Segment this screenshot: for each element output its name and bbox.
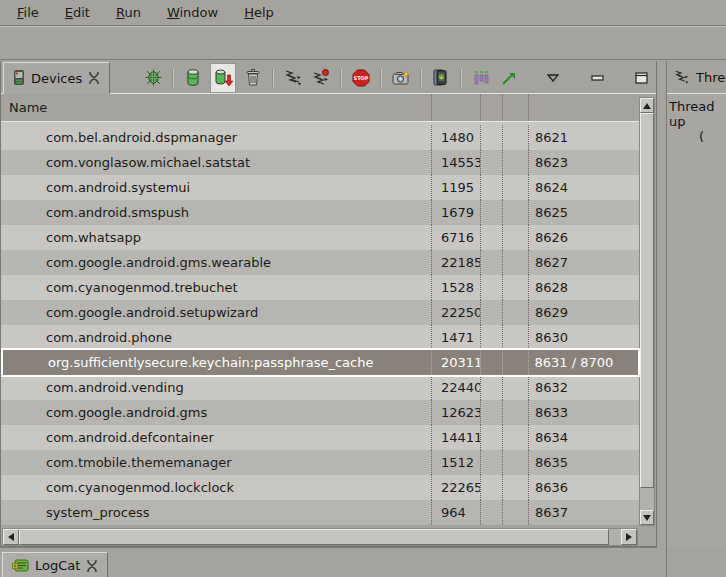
view-menu-button[interactable]: [542, 66, 564, 90]
process-heap-indicator: [481, 150, 503, 175]
process-thread-indicator: [503, 450, 529, 475]
process-pid: 964: [432, 500, 481, 525]
process-name: com.tmobile.thememanager: [1, 450, 432, 475]
menu-window[interactable]: Window: [156, 2, 229, 23]
column-header-port[interactable]: [529, 94, 639, 121]
systrace-button[interactable]: [470, 66, 492, 90]
process-port: 8634: [529, 425, 639, 450]
process-port: 8621: [529, 125, 639, 150]
process-row[interactable]: com.bel.android.dspmanager 1480 8621: [1, 125, 640, 150]
process-row[interactable]: com.cyanogenmod.lockclock 22265 8636: [1, 475, 640, 500]
process-name: system_process: [1, 500, 432, 525]
process-row[interactable]: com.tmobile.thememanager 1512 8635: [1, 450, 640, 475]
tab-devices[interactable]: Devices: [3, 62, 110, 94]
process-row[interactable]: com.google.android.gms 12623 8633: [1, 400, 640, 425]
column-header-name[interactable]: Name: [1, 94, 432, 121]
close-icon[interactable]: [88, 72, 100, 84]
menu-run[interactable]: Run: [105, 2, 152, 23]
scroll-right-button[interactable]: [621, 529, 637, 545]
scroll-up-button[interactable]: [640, 98, 654, 113]
column-header-thread[interactable]: [503, 94, 529, 121]
screen-record-button[interactable]: [430, 66, 452, 90]
logcat-view: LogCat: [0, 547, 657, 577]
process-pid: 1471: [432, 325, 481, 350]
process-pid: 1528: [432, 275, 481, 300]
process-pid: 12623: [432, 400, 481, 425]
process-row[interactable]: com.android.smspush 1679 8625: [1, 200, 640, 225]
debug-button[interactable]: [142, 66, 164, 90]
process-thread-indicator: [503, 475, 529, 500]
menu-file[interactable]: File: [6, 2, 50, 23]
device-phone-icon: [13, 70, 25, 86]
process-row[interactable]: com.cyanogenmod.trebuchet 1528 8628: [1, 275, 640, 300]
column-header-heap[interactable]: [481, 94, 503, 121]
screen-capture-button[interactable]: [390, 66, 412, 90]
process-thread-indicator: [503, 175, 529, 200]
method-profiling-button[interactable]: [310, 66, 332, 90]
process-thread-indicator: [503, 125, 529, 150]
process-thread-indicator: [503, 500, 529, 525]
process-pid: 1480: [432, 125, 481, 150]
process-heap-indicator: [481, 200, 503, 225]
process-port: 8623: [529, 150, 639, 175]
toolbar-separator: [340, 69, 342, 87]
horizontal-scrollbar-thumb[interactable]: [19, 529, 609, 545]
logcat-icon: [12, 559, 29, 573]
process-row[interactable]: system_process 964 8637: [1, 500, 640, 525]
menu-help[interactable]: Help: [233, 2, 285, 23]
update-threads-button[interactable]: [282, 66, 304, 90]
process-heap-indicator: [481, 375, 503, 400]
process-pid: 1512: [432, 450, 481, 475]
process-port: 8627: [529, 250, 639, 275]
process-pid: 1679: [432, 200, 481, 225]
process-thread-indicator: [503, 325, 529, 350]
process-row[interactable]: com.android.systemui 1195 8624: [1, 175, 640, 200]
process-thread-indicator: [503, 350, 529, 375]
vertical-scrollbar-thumb[interactable]: [640, 113, 654, 488]
process-heap-indicator: [481, 225, 503, 250]
maximize-button[interactable]: [630, 66, 652, 90]
scroll-down-button[interactable]: [640, 510, 654, 525]
cause-gc-button[interactable]: [242, 66, 264, 90]
process-heap-indicator: [481, 425, 503, 450]
vertical-scrollbar[interactable]: [639, 97, 655, 526]
process-row[interactable]: com.vonglasow.michael.satstat 14553 8623: [1, 150, 640, 175]
toolbar-separator: [172, 69, 174, 87]
process-row[interactable]: com.android.phone 1471 8630: [1, 325, 640, 350]
stop-process-button[interactable]: STOP: [350, 66, 372, 90]
column-header-pid[interactable]: [432, 94, 481, 121]
process-row[interactable]: com.google.android.setupwizard 22250 862…: [1, 300, 640, 325]
scroll-left-button[interactable]: [3, 529, 19, 545]
tab-devices-label: Devices: [31, 71, 82, 86]
toolbar-separator: [380, 69, 382, 87]
process-port: 8635: [529, 450, 639, 475]
process-name: com.android.defcontainer: [1, 425, 432, 450]
opengl-trace-button[interactable]: [498, 66, 520, 90]
menu-edit[interactable]: Edit: [54, 2, 101, 23]
process-name: com.cyanogenmod.trebuchet: [1, 275, 432, 300]
process-heap-indicator: [481, 475, 503, 500]
process-row[interactable]: com.google.android.gms.wearable 22185 86…: [1, 250, 640, 275]
process-thread-indicator: [503, 375, 529, 400]
process-name: com.bel.android.dspmanager: [1, 125, 432, 150]
process-thread-indicator: [503, 400, 529, 425]
process-name: com.google.android.gms: [1, 400, 432, 425]
close-icon[interactable]: [86, 560, 98, 572]
process-thread-indicator: [503, 200, 529, 225]
dump-hprof-button[interactable]: [210, 63, 236, 93]
minimize-button[interactable]: [586, 66, 608, 90]
tab-threads-label[interactable]: Threads: [696, 70, 726, 85]
process-thread-indicator: [503, 275, 529, 300]
horizontal-scrollbar[interactable]: [2, 528, 638, 546]
tab-logcat[interactable]: LogCat: [2, 552, 108, 577]
process-row[interactable]: com.whatsapp 6716 8626: [1, 225, 640, 250]
process-row[interactable]: com.android.defcontainer 14411 8634: [1, 425, 640, 450]
threads-view: Threads Thread up (: [666, 61, 726, 577]
process-port: 8633: [529, 400, 639, 425]
process-row[interactable]: com.android.vending 22440 8632: [1, 375, 640, 400]
process-name: com.android.phone: [1, 325, 432, 350]
update-heap-button[interactable]: [182, 66, 204, 90]
process-name: com.vonglasow.michael.satstat: [1, 150, 432, 175]
process-row[interactable]: org.sufficientlysecure.keychain:passphra…: [1, 348, 640, 377]
process-pid: 14411: [432, 425, 481, 450]
